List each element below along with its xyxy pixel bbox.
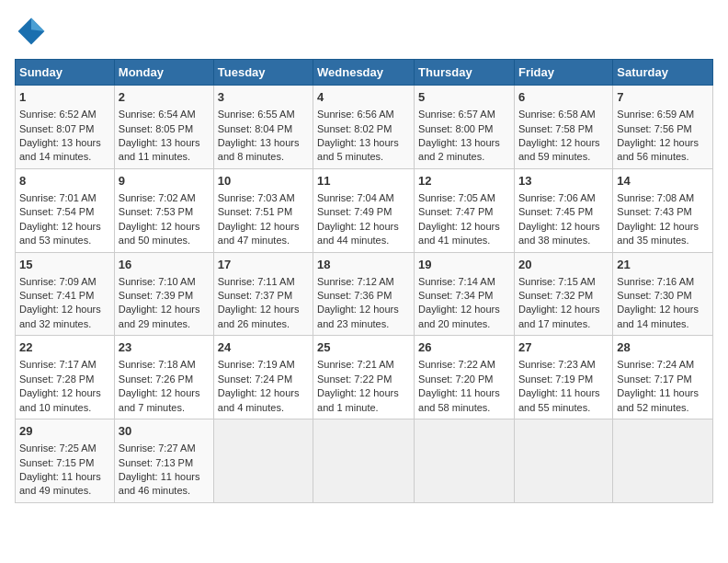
daylight-label: Daylight: 13 hours and 5 minutes. xyxy=(317,137,399,162)
daylight-label: Daylight: 11 hours and 52 minutes. xyxy=(617,387,699,412)
day-number: 19 xyxy=(418,257,510,273)
calendar-cell xyxy=(213,419,313,503)
sunset-label: Sunset: 7:39 PM xyxy=(119,290,193,301)
day-number: 5 xyxy=(418,89,510,106)
daylight-label: Daylight: 12 hours and 41 minutes. xyxy=(418,221,500,246)
sunset-label: Sunset: 7:32 PM xyxy=(518,290,593,301)
col-friday: Friday xyxy=(514,60,612,86)
calendar-cell: 23Sunrise: 7:18 AMSunset: 7:26 PMDayligh… xyxy=(114,336,213,419)
daylight-label: Daylight: 13 hours and 8 minutes. xyxy=(218,137,300,162)
sunrise-label: Sunrise: 7:21 AM xyxy=(317,359,394,370)
sunrise-label: Sunrise: 7:03 AM xyxy=(218,192,295,203)
sunset-label: Sunset: 7:37 PM xyxy=(218,290,292,301)
sunset-label: Sunset: 7:24 PM xyxy=(218,373,292,385)
sunrise-label: Sunrise: 6:55 AM xyxy=(218,109,295,120)
daylight-label: Daylight: 11 hours and 58 minutes. xyxy=(418,387,500,412)
sunset-label: Sunset: 8:00 PM xyxy=(418,123,493,134)
sunset-label: Sunset: 7:30 PM xyxy=(617,290,691,301)
sunrise-label: Sunrise: 7:02 AM xyxy=(119,192,196,203)
day-number: 3 xyxy=(218,89,309,106)
sunset-label: Sunset: 7:43 PM xyxy=(617,206,691,217)
day-number: 26 xyxy=(418,339,510,356)
calendar-week-row: 1Sunrise: 6:52 AMSunset: 8:07 PMDaylight… xyxy=(16,86,713,169)
daylight-label: Daylight: 12 hours and 44 minutes. xyxy=(317,221,399,246)
calendar-cell: 24Sunrise: 7:19 AMSunset: 7:24 PMDayligh… xyxy=(213,336,313,419)
sunrise-label: Sunrise: 7:09 AM xyxy=(19,276,97,287)
calendar-header: Sunday Monday Tuesday Wednesday Thursday… xyxy=(16,60,713,86)
calendar-cell: 26Sunrise: 7:22 AMSunset: 7:20 PMDayligh… xyxy=(415,336,515,419)
sunrise-label: Sunrise: 7:11 AM xyxy=(218,276,295,287)
day-number: 25 xyxy=(317,339,410,356)
daylight-label: Daylight: 12 hours and 10 minutes. xyxy=(19,387,101,412)
sunrise-label: Sunrise: 7:15 AM xyxy=(518,276,596,287)
sunrise-label: Sunrise: 7:12 AM xyxy=(317,276,394,287)
sunrise-label: Sunrise: 7:01 AM xyxy=(19,192,97,203)
daylight-label: Daylight: 12 hours and 50 minutes. xyxy=(119,221,200,246)
sunrise-label: Sunrise: 7:19 AM xyxy=(218,359,295,370)
sunset-label: Sunset: 7:22 PM xyxy=(317,373,392,385)
sunset-label: Sunset: 7:26 PM xyxy=(119,373,193,385)
calendar-cell: 8Sunrise: 7:01 AMSunset: 7:54 PMDaylight… xyxy=(16,168,115,252)
calendar-cell: 15Sunrise: 7:09 AMSunset: 7:41 PMDayligh… xyxy=(16,252,115,336)
svg-marker-1 xyxy=(31,18,44,31)
day-number: 11 xyxy=(317,173,410,190)
calendar-cell: 14Sunrise: 7:08 AMSunset: 7:43 PMDayligh… xyxy=(613,168,713,252)
sunrise-label: Sunrise: 6:57 AM xyxy=(418,109,495,120)
daylight-label: Daylight: 12 hours and 29 minutes. xyxy=(119,304,200,328)
calendar-cell: 20Sunrise: 7:15 AMSunset: 7:32 PMDayligh… xyxy=(514,252,612,336)
day-number: 9 xyxy=(119,173,210,190)
day-number: 30 xyxy=(119,423,210,440)
sunrise-label: Sunrise: 7:23 AM xyxy=(518,359,596,370)
calendar-cell: 16Sunrise: 7:10 AMSunset: 7:39 PMDayligh… xyxy=(114,252,213,336)
daylight-label: Daylight: 13 hours and 2 minutes. xyxy=(418,137,500,162)
day-number: 20 xyxy=(518,257,609,273)
daylight-label: Daylight: 12 hours and 35 minutes. xyxy=(617,221,699,246)
day-number: 28 xyxy=(617,339,709,356)
daylight-label: Daylight: 12 hours and 23 minutes. xyxy=(317,304,399,328)
sunset-label: Sunset: 7:56 PM xyxy=(617,123,691,134)
logo-icon xyxy=(15,15,48,48)
sunset-label: Sunset: 8:02 PM xyxy=(317,123,392,134)
sunset-label: Sunset: 7:17 PM xyxy=(617,373,691,385)
header-row: Sunday Monday Tuesday Wednesday Thursday… xyxy=(16,60,713,86)
sunset-label: Sunset: 7:34 PM xyxy=(418,290,493,301)
calendar-cell xyxy=(514,419,612,503)
day-number: 23 xyxy=(119,339,210,356)
daylight-label: Daylight: 12 hours and 38 minutes. xyxy=(518,221,600,246)
sunset-label: Sunset: 8:04 PM xyxy=(218,123,292,134)
sunrise-label: Sunrise: 6:58 AM xyxy=(518,109,596,120)
sunset-label: Sunset: 7:45 PM xyxy=(518,206,593,217)
day-number: 8 xyxy=(19,173,110,190)
day-number: 15 xyxy=(19,257,110,273)
sunset-label: Sunset: 7:41 PM xyxy=(19,290,94,301)
calendar-cell: 11Sunrise: 7:04 AMSunset: 7:49 PMDayligh… xyxy=(313,168,415,252)
daylight-label: Daylight: 11 hours and 49 minutes. xyxy=(19,471,101,496)
day-number: 14 xyxy=(617,173,709,190)
daylight-label: Daylight: 12 hours and 4 minutes. xyxy=(218,387,300,412)
daylight-label: Daylight: 12 hours and 53 minutes. xyxy=(19,221,101,246)
calendar-cell: 21Sunrise: 7:16 AMSunset: 7:30 PMDayligh… xyxy=(613,252,713,336)
calendar-week-row: 29Sunrise: 7:25 AMSunset: 7:15 PMDayligh… xyxy=(16,419,713,503)
col-thursday: Thursday xyxy=(415,60,515,86)
sunrise-label: Sunrise: 7:22 AM xyxy=(418,359,495,370)
sunset-label: Sunset: 7:13 PM xyxy=(119,457,193,468)
day-number: 18 xyxy=(317,257,410,273)
daylight-label: Daylight: 12 hours and 1 minute. xyxy=(317,387,399,412)
day-number: 6 xyxy=(518,89,609,106)
day-number: 22 xyxy=(19,339,110,356)
sunrise-label: Sunrise: 7:14 AM xyxy=(418,276,495,287)
calendar-cell: 10Sunrise: 7:03 AMSunset: 7:51 PMDayligh… xyxy=(213,168,313,252)
daylight-label: Daylight: 13 hours and 14 minutes. xyxy=(19,137,101,162)
day-number: 17 xyxy=(218,257,309,273)
calendar-cell: 3Sunrise: 6:55 AMSunset: 8:04 PMDaylight… xyxy=(213,86,313,169)
sunrise-label: Sunrise: 7:18 AM xyxy=(119,359,196,370)
calendar-cell: 7Sunrise: 6:59 AMSunset: 7:56 PMDaylight… xyxy=(613,86,713,169)
calendar-week-row: 8Sunrise: 7:01 AMSunset: 7:54 PMDaylight… xyxy=(16,168,713,252)
calendar-cell: 17Sunrise: 7:11 AMSunset: 7:37 PMDayligh… xyxy=(213,252,313,336)
sunrise-label: Sunrise: 7:24 AM xyxy=(617,359,694,370)
daylight-label: Daylight: 13 hours and 11 minutes. xyxy=(119,137,200,162)
daylight-label: Daylight: 12 hours and 59 minutes. xyxy=(518,137,600,162)
daylight-label: Daylight: 12 hours and 7 minutes. xyxy=(119,387,200,412)
daylight-label: Daylight: 11 hours and 55 minutes. xyxy=(518,387,600,412)
calendar-cell xyxy=(313,419,415,503)
